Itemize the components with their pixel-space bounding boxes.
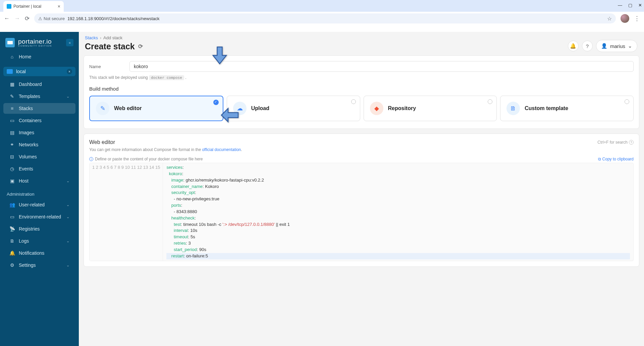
help-button[interactable]: ?	[582, 41, 593, 51]
registries-icon: 📡	[9, 226, 15, 232]
template-icon: 🗎	[506, 102, 520, 115]
deploy-note: This stack will be deployed using docker…	[89, 75, 634, 80]
sidebar-item-settings[interactable]: ⚙Settings⌄	[3, 260, 75, 270]
stack-form-panel: Name This stack will be deployed using d…	[84, 55, 639, 129]
host-icon: ▣	[9, 178, 15, 184]
volumes-icon: ⊟	[9, 154, 15, 159]
annotation-arrow-icon	[220, 105, 240, 129]
code-editor[interactable]: 1 2 3 4 5 6 7 8 9 10 11 12 13 14 15 serv…	[89, 163, 634, 261]
images-icon: ▤	[9, 130, 15, 135]
nav-back-icon[interactable]: ←	[4, 15, 10, 22]
method-web-editor[interactable]: ✎ Web editor	[89, 96, 223, 121]
sidebar-item-stacks[interactable]: ≡Stacks	[3, 103, 75, 114]
profile-avatar-icon[interactable]	[621, 14, 629, 23]
chevron-down-icon: ⌄	[66, 215, 69, 219]
notifications-button[interactable]: 🔔	[568, 41, 579, 51]
close-env-icon[interactable]: ×	[67, 69, 72, 74]
stacks-icon: ≡	[9, 106, 15, 111]
sidebar-item-registries[interactable]: 📡Registries	[3, 224, 75, 234]
main-content: Stacks › Add stack 🔔 ? 👤marius⌄ Create s…	[79, 32, 644, 346]
nav-reload-icon[interactable]: ⟳	[25, 15, 30, 22]
user-menu-button[interactable]: 👤marius⌄	[596, 40, 637, 52]
sidebar-item-logs[interactable]: 🗎Logs⌄	[3, 236, 75, 246]
radio-icon	[488, 99, 492, 104]
sidebar-item-images[interactable]: ▤Images	[3, 127, 75, 138]
sidebar-item-home[interactable]: ⌂Home	[3, 51, 75, 62]
chevron-down-icon: ⌄	[66, 239, 69, 243]
gear-icon: ⚙	[9, 262, 15, 268]
copy-icon: ⧉	[598, 157, 601, 161]
line-numbers: 1 2 3 4 5 6 7 8 9 10 11 12 13 14 15	[90, 163, 163, 261]
refresh-icon[interactable]: ⟳	[138, 43, 143, 50]
window-close[interactable]: ✕	[638, 3, 642, 8]
sidebar: portainer.io COMMUNITY EDITION « ⌂Home l…	[0, 32, 79, 346]
chevron-down-icon: ⌄	[628, 43, 632, 49]
copy-to-clipboard-button[interactable]: ⧉Copy to clipboard	[598, 157, 634, 161]
sidebar-item-notifications[interactable]: 🔔Notifications	[3, 248, 75, 258]
breadcrumb-add-stack: Add stack	[103, 35, 122, 40]
editor-search-hint: Ctrl+F for search?	[597, 140, 634, 145]
logo-edition: COMMUNITY EDITION	[18, 45, 52, 47]
address-bar[interactable]: ⚠ Not secure 192.168.1.18:9000/#!/2/dock…	[34, 13, 616, 23]
security-indicator[interactable]: ⚠ Not secure	[38, 16, 65, 21]
tab-title: Portainer | local	[13, 4, 41, 9]
code-content[interactable]: services: kokoro: image: ghcr.io/remsky/…	[163, 163, 633, 261]
user-icon: 👤	[601, 43, 607, 49]
sidebar-item-environment-related[interactable]: ▭Environment-related⌄	[3, 211, 75, 222]
events-icon: ◷	[9, 166, 15, 171]
sidebar-item-host[interactable]: ▣Host⌄	[3, 176, 75, 186]
name-label: Name	[89, 64, 116, 69]
sidebar-item-events[interactable]: ◷Events	[3, 163, 75, 174]
sidebar-item-volumes[interactable]: ⊟Volumes	[3, 151, 75, 162]
stack-name-input[interactable]	[129, 61, 634, 72]
nav-forward-icon: →	[14, 15, 20, 22]
networks-icon: ⚭	[9, 142, 15, 147]
logs-icon: 🗎	[9, 238, 15, 244]
editor-description: You can get more information about Compo…	[89, 147, 634, 152]
sidebar-section-admin: Administration	[0, 187, 79, 199]
window-maximize[interactable]: ▢	[628, 3, 632, 8]
sidebar-item-containers[interactable]: ▭Containers	[3, 115, 75, 126]
sidebar-collapse-icon[interactable]: «	[66, 39, 73, 46]
templates-icon: ✎	[9, 94, 15, 99]
chevron-down-icon: ⌄	[66, 203, 69, 207]
chevron-down-icon: ⌄	[66, 94, 69, 99]
info-icon: i	[89, 157, 93, 161]
bookmark-icon[interactable]: ☆	[607, 15, 612, 22]
build-method-label: Build method	[89, 86, 634, 92]
containers-icon: ▭	[9, 118, 15, 123]
documentation-link[interactable]: official documentation	[202, 147, 241, 152]
editor-placeholder-hint: iDefine or paste the content of your doc…	[89, 157, 203, 161]
radio-icon	[351, 99, 356, 104]
breadcrumb: Stacks › Add stack	[79, 32, 644, 40]
browser-menu-icon[interactable]: ⋮	[634, 15, 640, 22]
sidebar-item-templates[interactable]: ✎Templates⌄	[3, 91, 75, 102]
environment-icon: ▭	[9, 214, 15, 219]
logo-text: portainer.io	[18, 38, 52, 45]
bell-icon: 🔔	[9, 250, 15, 256]
browser-tab[interactable]: Portainer | local ×	[3, 1, 64, 12]
docker-icon	[7, 69, 13, 74]
method-custom-template[interactable]: 🗎 Custom template	[500, 96, 634, 121]
sidebar-item-user-related[interactable]: 👥User-related⌄	[3, 199, 75, 210]
method-repository[interactable]: ◆ Repository	[364, 96, 497, 121]
sidebar-item-dashboard[interactable]: ▦Dashboard	[3, 79, 75, 90]
method-upload[interactable]: ☁ Upload	[227, 96, 360, 121]
logo[interactable]: portainer.io COMMUNITY EDITION «	[0, 35, 79, 51]
help-icon[interactable]: ?	[629, 140, 634, 145]
url-text: 192.168.1.18:9000/#!/2/docker/stacks/new…	[67, 16, 160, 21]
sidebar-environment-local[interactable]: local×	[3, 67, 75, 76]
edit-icon: ✎	[96, 102, 109, 115]
users-icon: 👥	[9, 202, 15, 207]
chevron-down-icon: ⌄	[66, 263, 69, 267]
chevron-down-icon: ⌄	[66, 179, 69, 183]
editor-title: Web editor	[89, 139, 115, 145]
git-icon: ◆	[370, 102, 383, 115]
sidebar-item-networks[interactable]: ⚭Networks	[3, 139, 75, 150]
close-tab-icon[interactable]: ×	[58, 4, 60, 9]
help-icon: ?	[586, 43, 589, 49]
breadcrumb-stacks[interactable]: Stacks	[85, 35, 98, 40]
window-minimize[interactable]: —	[618, 3, 622, 8]
page-title: Create stack ⟳	[79, 40, 644, 55]
radio-icon	[625, 99, 629, 104]
